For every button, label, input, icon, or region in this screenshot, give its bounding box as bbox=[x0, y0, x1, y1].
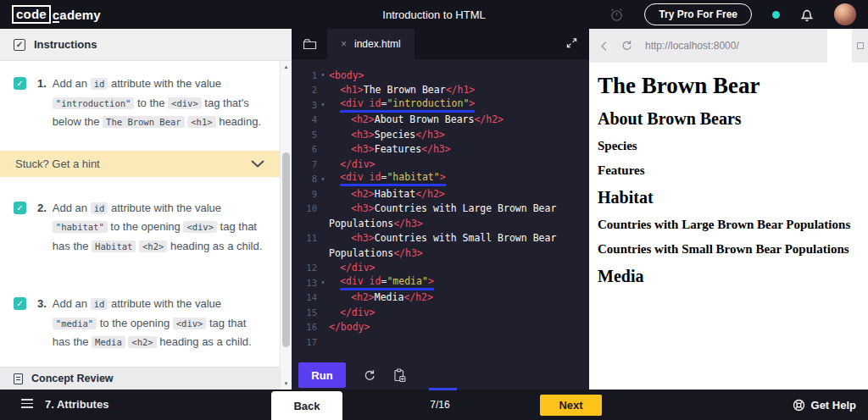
address-gap bbox=[827, 29, 852, 63]
code-line: 1▾<body> bbox=[292, 68, 589, 83]
browser-refresh-icon[interactable] bbox=[620, 40, 632, 52]
step-text-line: "media" to the opening <div> tag that bbox=[53, 314, 252, 334]
code-tokens: <h2>About Brown Bears</h2> bbox=[351, 113, 504, 125]
pop-out-icon bbox=[857, 42, 864, 49]
scroll-down-arrow[interactable]: ▼ bbox=[281, 381, 292, 386]
fold-arrow-icon[interactable]: ▾ bbox=[317, 279, 329, 286]
get-help-button[interactable]: Get Help bbox=[793, 390, 856, 420]
token-tag: > bbox=[440, 171, 446, 183]
token-txt: Features bbox=[375, 143, 421, 155]
token-tag: <div id bbox=[340, 275, 381, 287]
step-checkbox[interactable]: ✓ bbox=[14, 77, 26, 90]
code-line: 2<h1>The Brown Bear</h1> bbox=[292, 83, 589, 98]
browser-back-icon[interactable] bbox=[600, 41, 608, 52]
progress-count: 7/16 bbox=[430, 399, 449, 411]
token-tag: </h3> bbox=[415, 129, 445, 141]
address-bar: http://localhost:8000/ bbox=[589, 29, 827, 63]
user-avatar[interactable] bbox=[834, 3, 856, 25]
token-tag: </h2> bbox=[474, 113, 504, 125]
line-number: 5 bbox=[297, 130, 317, 140]
next-button[interactable]: Next bbox=[540, 395, 602, 416]
code-editing-area[interactable]: 1▾<body>2<h1>The Brown Bear</h1>3▾<div i… bbox=[292, 59, 589, 361]
token-txt: Countries with Large Brown Bear bbox=[375, 202, 557, 214]
token-tag: <h2> bbox=[351, 188, 375, 200]
tab-filename: index.html bbox=[354, 38, 401, 50]
fold-arrow-icon[interactable]: ▾ bbox=[317, 175, 329, 183]
scrollbar-thumb[interactable] bbox=[282, 152, 290, 347]
step-body: 2.Add an id attribute with the value"hab… bbox=[37, 199, 262, 257]
code-tokens: <body> bbox=[329, 69, 364, 81]
code-tokens: </div> bbox=[340, 307, 376, 318]
step-checkbox[interactable]: ✓ bbox=[14, 202, 26, 214]
concept-review-label: Concept Review bbox=[31, 373, 114, 384]
lesson-breadcrumb: 7. Attributes bbox=[45, 398, 108, 411]
code-tokens: <h3>Countries with Large Brown Bear bbox=[351, 202, 556, 214]
scroll-up-arrow[interactable]: ▲ bbox=[281, 64, 292, 69]
menu-hamburger-icon[interactable] bbox=[21, 399, 33, 411]
fold-arrow-icon[interactable]: ▾ bbox=[317, 101, 329, 108]
try-pro-button[interactable]: Try Pro For Free bbox=[644, 3, 752, 25]
inline-code: The Brown Bear bbox=[103, 116, 185, 128]
logo-code-box: code bbox=[12, 5, 51, 24]
token-tag: </h3> bbox=[393, 247, 423, 259]
inline-code: <h2> bbox=[128, 336, 156, 348]
code-tokens: <h3>Species</h3> bbox=[351, 129, 445, 141]
line-number: 12 bbox=[297, 262, 317, 273]
inline-code: id bbox=[91, 202, 108, 214]
step-text-line: has the Media <h2> heading as a child. bbox=[53, 333, 252, 352]
back-button[interactable]: Back bbox=[271, 391, 342, 420]
step-text-line: below the The Brown Bear <h1> heading. bbox=[53, 113, 261, 132]
run-button[interactable]: Run bbox=[298, 362, 346, 388]
token-tag: <h3> bbox=[351, 129, 375, 141]
token-val: "habitat" bbox=[387, 171, 439, 183]
line-number: 1 bbox=[297, 70, 317, 80]
code-tokens: <h2>Media</h2> bbox=[351, 291, 433, 303]
inline-code: <div> bbox=[173, 318, 207, 329]
open-in-new-window-button[interactable] bbox=[852, 29, 868, 63]
instructions-panel: ✓ Instructions ✓1.Add an id attribute wi… bbox=[0, 29, 292, 390]
preview-h3: Countries with Small Brown Bear Populati… bbox=[598, 242, 860, 257]
editor-tab-bar: × index.html bbox=[292, 29, 589, 59]
code-line: 5<h3>Species</h3> bbox=[292, 127, 589, 142]
token-tag: <h3> bbox=[351, 202, 375, 214]
hint-toggle[interactable]: Stuck? Get a hint bbox=[0, 151, 280, 177]
timer-icon[interactable] bbox=[609, 8, 624, 22]
line-number: 2 bbox=[297, 85, 317, 95]
code-tokens: <h3>Countries with Small Brown Bear bbox=[351, 232, 556, 244]
lesson-footer-bar: 7. Attributes Back 7/16 Next Get Help bbox=[0, 390, 868, 420]
step-body: 1.Add an id attribute with the value"int… bbox=[37, 75, 261, 132]
line-number: 13 bbox=[297, 278, 317, 288]
line-number: 14 bbox=[297, 292, 317, 302]
editor-expand-icon[interactable] bbox=[566, 36, 589, 52]
copy-clipboard-icon[interactable] bbox=[392, 368, 406, 383]
top-nav: codecademy Introduction to HTML Try Pro … bbox=[0, 0, 868, 29]
notifications-bell-icon[interactable] bbox=[800, 8, 814, 22]
code-line: 14<h2>Media</h2> bbox=[292, 290, 589, 306]
fold-arrow-icon[interactable]: ▾ bbox=[317, 71, 329, 79]
concept-review-link[interactable]: Concept Review bbox=[0, 367, 280, 390]
code-line: 6<h3>Features</h3> bbox=[292, 142, 589, 158]
token-tag: > bbox=[469, 97, 475, 109]
tab-close-icon[interactable]: × bbox=[341, 38, 347, 50]
code-line: 8▾<div id="habitat"> bbox=[292, 172, 589, 187]
inline-code: id bbox=[91, 298, 108, 310]
step-text-line: Add an id attribute with the value bbox=[53, 295, 252, 314]
token-tag: <h3> bbox=[351, 232, 375, 244]
reset-refresh-icon[interactable] bbox=[363, 369, 376, 382]
address-row: http://localhost:8000/ bbox=[589, 29, 868, 63]
inline-code: id bbox=[91, 78, 108, 90]
line-number: 4 bbox=[297, 114, 317, 124]
code-tokens: <h1>The Brown Bear</h1> bbox=[340, 84, 475, 96]
annotated-code: <div id="introduction"> bbox=[340, 97, 475, 113]
tab-index-html[interactable]: × index.html bbox=[327, 29, 415, 59]
inline-code: Media bbox=[92, 336, 125, 348]
step-checkbox[interactable]: ✓ bbox=[14, 297, 26, 310]
file-tree-folder-icon[interactable] bbox=[292, 38, 327, 50]
step-text-line: Add an id attribute with the value bbox=[53, 75, 261, 94]
code-line: 4<h2>About Brown Bears</h2> bbox=[292, 113, 589, 128]
line-number: 8 bbox=[297, 174, 317, 184]
code-editor-panel: × index.html 1▾<body>2<h1>The Brown Bear… bbox=[292, 29, 589, 390]
codecademy-logo[interactable]: codecademy bbox=[12, 5, 101, 24]
line-number: 11 bbox=[297, 233, 317, 243]
url-field[interactable]: http://localhost:8000/ bbox=[645, 40, 739, 52]
